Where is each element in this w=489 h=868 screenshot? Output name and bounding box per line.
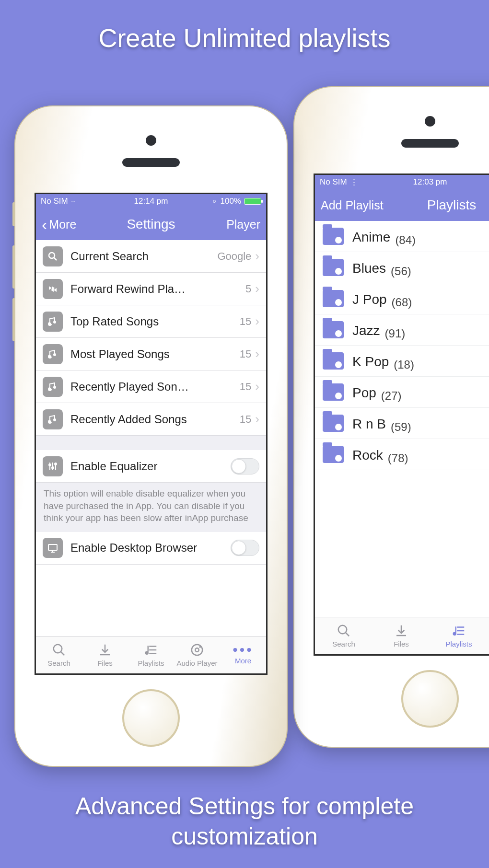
svg-point-34 bbox=[54, 645, 62, 653]
tab-label: Playlists bbox=[445, 640, 472, 648]
playlist-name: Pop bbox=[352, 385, 376, 401]
setting-label: Enable Equalizer bbox=[70, 460, 231, 473]
svg-point-18 bbox=[53, 321, 56, 324]
setting-top-rated[interactable]: Top Rated Songs 15 › bbox=[36, 305, 266, 338]
more-icon: ••• bbox=[233, 645, 254, 655]
home-button[interactable] bbox=[122, 689, 180, 747]
svg-point-26 bbox=[49, 464, 51, 466]
status-time: 12:14 pm bbox=[36, 197, 266, 206]
playlist-name: J Pop bbox=[352, 292, 387, 307]
tab-label: Files bbox=[394, 640, 409, 648]
tab-search[interactable]: Search bbox=[315, 617, 373, 654]
chevron-right-icon: › bbox=[255, 314, 259, 329]
equalizer-note: This option will enable disable equalize… bbox=[36, 483, 266, 532]
playlist-count: (78) bbox=[388, 451, 408, 465]
svg-line-1 bbox=[346, 633, 349, 637]
setting-label: Current Search bbox=[70, 250, 217, 263]
setting-desktop-browser[interactable]: Enable Desktop Browser bbox=[36, 532, 266, 565]
setting-label: Recently Played Son… bbox=[70, 380, 240, 393]
status-bar: No SIM ⋮ 12:03 pm bbox=[315, 175, 489, 189]
playlist-icon bbox=[143, 643, 159, 657]
setting-label: Most Played Songs bbox=[70, 347, 240, 361]
download-icon bbox=[97, 643, 113, 657]
playlist-count: (84) bbox=[395, 233, 416, 247]
download-icon bbox=[393, 624, 409, 638]
tab-files[interactable]: Files bbox=[82, 637, 128, 673]
speaker-slot bbox=[122, 158, 180, 167]
setting-forward-rewind[interactable]: Forward Rewind Pla… 5 › bbox=[36, 273, 266, 305]
playlist-name: Rock bbox=[352, 448, 383, 463]
svg-point-24 bbox=[53, 418, 56, 421]
tab-bar: Search Files Playlists Audio Player ••• … bbox=[36, 636, 266, 673]
tab-playlists[interactable]: Playlists bbox=[128, 637, 174, 673]
playlist-name: K Pop bbox=[352, 354, 389, 370]
tab-label: Search bbox=[47, 659, 70, 667]
playlist-row[interactable]: K Pop (18) bbox=[315, 346, 489, 377]
playlist-row[interactable]: Blues (56) bbox=[315, 252, 489, 283]
search-icon bbox=[336, 624, 352, 638]
tab-audio-player[interactable]: Audio Player bbox=[174, 637, 220, 673]
setting-current-search[interactable]: Current Search Google › bbox=[36, 240, 266, 273]
player-button[interactable]: Player bbox=[226, 218, 260, 231]
chevron-right-icon: › bbox=[255, 412, 259, 427]
camera-dot bbox=[146, 135, 156, 146]
folder-icon bbox=[323, 228, 344, 245]
svg-marker-15 bbox=[54, 288, 57, 292]
music-star-icon bbox=[43, 312, 63, 332]
music-plus-icon bbox=[43, 409, 63, 429]
setting-value: 5 bbox=[245, 283, 251, 295]
tab-label: Playlists bbox=[138, 659, 164, 667]
tab-more[interactable]: ••• More bbox=[220, 637, 266, 673]
folder-icon bbox=[323, 259, 344, 276]
svg-point-11 bbox=[49, 253, 55, 258]
tab-search[interactable]: Search bbox=[36, 637, 82, 673]
setting-equalizer[interactable]: Enable Equalizer bbox=[36, 450, 266, 483]
playlist-row[interactable]: Rock (78) bbox=[315, 439, 489, 470]
setting-value: 15 bbox=[240, 381, 251, 393]
equalizer-toggle[interactable] bbox=[231, 458, 259, 475]
playlist-row[interactable]: R n B (59) bbox=[315, 408, 489, 439]
svg-marker-13 bbox=[49, 286, 52, 290]
music-heart-icon bbox=[43, 344, 63, 364]
nav-bar: Add Playlist Playlists bbox=[315, 189, 489, 221]
search-icon bbox=[51, 643, 67, 657]
playlists-screen: No SIM ⋮ 12:03 pm Add Playlist Playlists… bbox=[314, 174, 489, 656]
playlist-name: R n B bbox=[352, 417, 386, 432]
svg-line-12 bbox=[54, 257, 57, 260]
setting-label: Enable Desktop Browser bbox=[70, 541, 231, 555]
home-button[interactable] bbox=[401, 670, 459, 728]
folder-icon bbox=[323, 383, 344, 401]
playlist-row[interactable]: J Pop (68) bbox=[315, 283, 489, 314]
setting-value: 15 bbox=[240, 315, 251, 328]
svg-point-45 bbox=[199, 646, 201, 648]
status-time: 12:03 pm bbox=[315, 177, 489, 187]
playlist-row[interactable]: Jazz (91) bbox=[315, 314, 489, 346]
desktop-icon bbox=[43, 538, 63, 558]
status-bar: No SIM ◦◦ 12:14 pm ⚬ 100% bbox=[36, 194, 266, 208]
settings-list: Current Search Google › Forward Rewind P… bbox=[36, 240, 266, 565]
setting-label: Recently Added Songs bbox=[70, 413, 240, 426]
desktop-toggle[interactable] bbox=[231, 540, 259, 556]
chevron-right-icon: › bbox=[255, 379, 259, 394]
tab-playlists[interactable]: Playlists bbox=[430, 617, 488, 654]
playlist-row[interactable]: Anime (84) bbox=[315, 221, 489, 252]
playlist-name: Anime bbox=[352, 230, 390, 245]
setting-recently-played[interactable]: Recently Played Son… 15 › bbox=[36, 370, 266, 403]
tab-files[interactable]: Files bbox=[373, 617, 430, 654]
settings-screen: No SIM ◦◦ 12:14 pm ⚬ 100% ‹ More Setting… bbox=[35, 193, 268, 675]
playlist-name: Jazz bbox=[352, 323, 380, 338]
back-button[interactable]: ‹ More bbox=[42, 218, 76, 231]
folder-icon bbox=[323, 446, 344, 463]
phone-right-frame: No SIM ⋮ 12:03 pm Add Playlist Playlists… bbox=[293, 86, 489, 748]
playlist-list: Anime (84) Blues (56) J Pop (68) Jazz (9… bbox=[315, 221, 489, 470]
setting-value: Google bbox=[217, 250, 251, 263]
playlist-row[interactable]: Pop (27) bbox=[315, 377, 489, 408]
svg-rect-31 bbox=[48, 544, 57, 550]
setting-most-played[interactable]: Most Played Songs 15 › bbox=[36, 338, 266, 370]
setting-recently-added[interactable]: Recently Added Songs 15 › bbox=[36, 403, 266, 436]
speaker-slot bbox=[401, 139, 459, 148]
phone-left-frame: No SIM ◦◦ 12:14 pm ⚬ 100% ‹ More Setting… bbox=[14, 105, 288, 767]
add-playlist-button[interactable]: Add Playlist bbox=[321, 198, 384, 212]
chevron-right-icon: › bbox=[255, 347, 259, 361]
back-label: More bbox=[49, 218, 76, 231]
